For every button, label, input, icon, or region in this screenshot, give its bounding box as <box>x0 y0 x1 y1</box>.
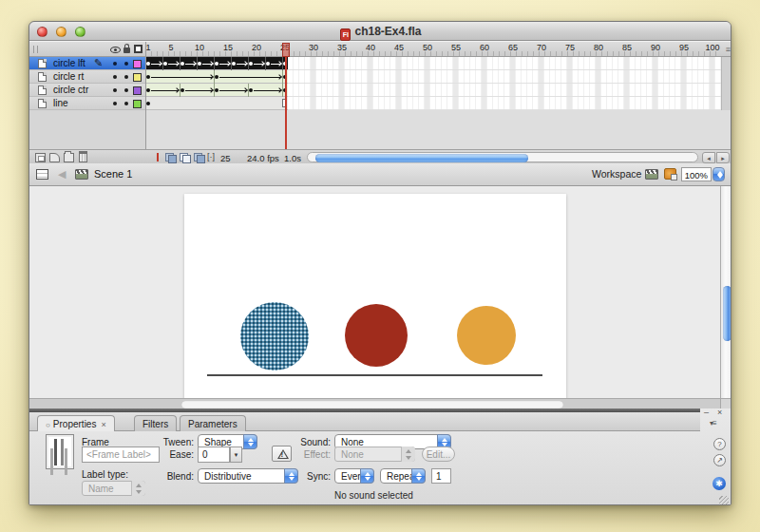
layer-name[interactable]: circle rt <box>53 71 84 82</box>
visibility-dot[interactable] <box>113 75 117 79</box>
layer-row-line[interactable]: line <box>29 97 732 110</box>
layer-label[interactable]: circle rt <box>29 70 145 84</box>
ease-input[interactable]: 0 <box>198 446 230 463</box>
playhead-marker[interactable] <box>282 43 290 57</box>
insert-folder-icon[interactable] <box>64 153 74 162</box>
frames-strip[interactable] <box>145 84 288 97</box>
blend-dropdown[interactable]: Distributive <box>198 468 298 484</box>
add-motion-guide-icon[interactable] <box>49 153 60 162</box>
ease-slider-button[interactable]: ▼ <box>230 446 242 463</box>
horizontal-scroll-thumb[interactable] <box>181 401 563 408</box>
loop-count-input[interactable]: 1 <box>431 468 451 484</box>
keyframe-dot <box>146 102 150 105</box>
orange-circle-shape[interactable] <box>457 306 516 365</box>
scene-name[interactable]: Scene 1 <box>94 168 132 180</box>
back-arrow-icon[interactable]: ◀ <box>58 168 66 180</box>
frame-rate-indicator[interactable]: 24.0 fps <box>247 153 279 163</box>
help-icon[interactable]: ? <box>713 438 726 450</box>
panel-minimize-icon[interactable]: – <box>704 408 709 417</box>
tween-label: Tween: <box>156 437 194 447</box>
sync-label: Sync: <box>293 471 331 482</box>
panel-menu-icon[interactable]: ▾≡ <box>710 419 716 428</box>
tab-filters[interactable]: Filters <box>134 415 177 431</box>
frame-label-input[interactable]: <Frame Label> <box>82 446 160 463</box>
ground-line-shape[interactable] <box>207 374 542 376</box>
timeline-scroll-thumb[interactable] <box>315 154 528 162</box>
frame-graphic <box>208 61 214 66</box>
tab-properties[interactable]: ○Properties× <box>37 415 115 431</box>
component-inspector-icon[interactable]: ↗ <box>713 454 726 466</box>
scroll-right-icon[interactable]: ▸ <box>716 152 730 163</box>
delete-layer-icon[interactable] <box>79 153 87 162</box>
tab-parameters[interactable]: Parameters <box>180 415 246 431</box>
layer-label[interactable]: circle ctr <box>29 84 145 97</box>
frames-strip[interactable] <box>145 97 288 110</box>
insert-layer-icon[interactable] <box>35 153 46 162</box>
pasteboard[interactable] <box>29 186 732 408</box>
lock-dot[interactable] <box>124 102 128 105</box>
playhead-line[interactable] <box>285 57 287 149</box>
layer-name[interactable]: circle lft <box>53 58 86 68</box>
modify-onion-markers-icon[interactable]: [·] <box>207 152 215 162</box>
stage-horizontal-scrollbar[interactable] <box>29 398 732 408</box>
layer-row-circle-lft[interactable]: circle lft ✎ <box>29 57 732 70</box>
tab-label: Parameters <box>188 419 238 429</box>
edit-symbols-icon[interactable] <box>664 168 676 180</box>
stage-vertical-scrollbar[interactable] <box>720 186 732 398</box>
lock-dot[interactable] <box>124 62 128 66</box>
label-type-dropdown[interactable]: Name <box>82 481 145 496</box>
visibility-dot[interactable] <box>113 62 117 66</box>
layer-page-icon <box>38 59 47 68</box>
timeline-pane-divider[interactable] <box>145 42 146 149</box>
keyframe-dot <box>249 62 253 66</box>
title-bar[interactable]: Flch18-Ex4.fla <box>29 22 732 41</box>
onion-skin-outlines-icon[interactable] <box>180 153 191 162</box>
zoom-stepper[interactable] <box>712 167 725 181</box>
panel-close-icon[interactable]: × <box>717 408 722 417</box>
zoom-level-input[interactable]: 100% <box>681 167 712 181</box>
repeat-dropdown[interactable]: Repeat <box>380 468 426 484</box>
frame-graphic <box>157 61 162 66</box>
frames-strip[interactable] <box>145 70 288 84</box>
frames-strip[interactable] <box>145 57 288 70</box>
onion-skin-icon[interactable] <box>165 153 177 162</box>
outline-color-swatch[interactable] <box>133 60 142 68</box>
layer-name[interactable]: circle ctr <box>53 85 88 95</box>
panel-resize-grip[interactable] <box>719 496 729 504</box>
edit-effect-button[interactable]: Edit... <box>422 446 455 462</box>
tween-warning-button[interactable]: ! <box>272 446 292 462</box>
layer-label[interactable]: circle lft ✎ <box>29 57 145 70</box>
frame-graphic <box>259 61 265 66</box>
visibility-dot[interactable] <box>113 102 117 105</box>
timeline-menu-icon[interactable]: ≡ <box>726 45 731 54</box>
workspace-button[interactable]: Workspace ▼ <box>592 168 651 180</box>
selected-circle-shape[interactable] <box>240 302 309 370</box>
tab-dot-icon: ○ <box>46 421 50 429</box>
timeline-scrollbar[interactable] <box>307 152 698 162</box>
layer-row-circle-rt[interactable]: circle rt <box>29 70 732 84</box>
sync-dropdown[interactable]: Event <box>334 468 374 484</box>
timeline-toggle-icon[interactable] <box>36 169 48 180</box>
scroll-left-icon[interactable]: ◂ <box>702 152 715 163</box>
effect-dropdown[interactable]: None <box>334 446 415 462</box>
reference-icon[interactable]: ✱ <box>712 477 726 490</box>
frame-preview-icon <box>46 434 74 469</box>
outline-color-swatch[interactable] <box>133 86 142 95</box>
lock-dot[interactable] <box>124 88 128 92</box>
layer-name[interactable]: line <box>53 98 68 108</box>
frame-graphic <box>162 57 163 70</box>
red-circle-shape[interactable] <box>345 304 408 367</box>
layer-row-circle-ctr[interactable]: circle ctr <box>29 84 732 97</box>
outline-color-swatch[interactable] <box>133 100 142 108</box>
outline-color-swatch[interactable] <box>133 73 142 82</box>
layer-label[interactable]: line <box>29 97 145 110</box>
tab-close-icon[interactable]: × <box>101 420 105 429</box>
edit-multiple-frames-icon[interactable] <box>194 153 205 162</box>
visibility-dot[interactable] <box>113 88 117 92</box>
stage[interactable] <box>184 194 566 403</box>
layer-rows: circle lft ✎ circle rt <box>29 57 732 110</box>
vertical-scroll-thumb[interactable] <box>723 286 732 341</box>
center-frame-icon[interactable] <box>157 153 159 162</box>
edit-scene-icon[interactable] <box>645 169 658 180</box>
lock-dot[interactable] <box>124 75 128 79</box>
